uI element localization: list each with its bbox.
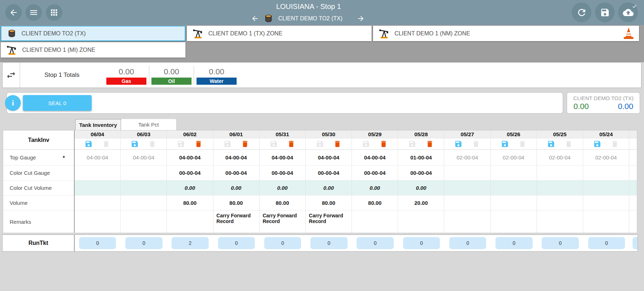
run-ticket-pills: 0 0 2 0 0 0 0 0 0 0 0 0 bbox=[74, 235, 630, 251]
run-ticket-button[interactable]: 0 bbox=[310, 237, 347, 249]
color-cut-gauge-cell[interactable] bbox=[583, 166, 629, 181]
color-cut-gauge-cell[interactable] bbox=[74, 166, 120, 181]
trash-icon[interactable] bbox=[472, 140, 480, 148]
remarks-cell[interactable] bbox=[167, 211, 213, 233]
trash-icon[interactable] bbox=[611, 140, 619, 148]
top-gauge-cell[interactable]: 01-00-04 bbox=[398, 150, 444, 166]
swap-toggle[interactable] bbox=[3, 63, 20, 88]
save-icon[interactable] bbox=[501, 140, 509, 148]
site-tab-label: CLIENT DEMO 1 (MI) ZONE bbox=[22, 47, 95, 53]
run-ticket-button[interactable]: 0 bbox=[495, 237, 532, 249]
top-gauge-cell[interactable]: 04-00-04 bbox=[352, 150, 398, 166]
trash-icon[interactable] bbox=[518, 140, 527, 148]
save-icon[interactable] bbox=[454, 140, 463, 148]
volume-cell: 80.00 bbox=[213, 196, 259, 211]
site-tab-client-demo-to2-tx[interactable]: CLIENT DEMO TO2 (TX) bbox=[1, 26, 185, 41]
top-gauge-cell[interactable]: 04-00-04 bbox=[74, 150, 120, 166]
save-icon[interactable] bbox=[408, 140, 416, 148]
color-cut-gauge-cell[interactable]: 00-00-04 bbox=[167, 166, 213, 181]
top-gauge-cell[interactable]: 04-00-04 bbox=[306, 150, 352, 166]
run-ticket-button[interactable]: 0 bbox=[588, 237, 625, 249]
trash-icon[interactable] bbox=[148, 140, 156, 148]
remarks-cell[interactable]: Carry Forward Record bbox=[213, 211, 259, 233]
run-ticket-button[interactable]: 0 bbox=[449, 237, 486, 249]
color-cut-gauge-cell[interactable] bbox=[491, 166, 537, 181]
remarks-cell[interactable]: Carry Forward Record bbox=[306, 211, 352, 233]
remarks-cell[interactable] bbox=[444, 211, 490, 233]
trash-icon[interactable] bbox=[241, 140, 249, 148]
remarks-cell[interactable] bbox=[398, 211, 444, 233]
save-icon[interactable] bbox=[270, 140, 278, 148]
run-ticket-button[interactable]: 0 bbox=[357, 237, 393, 249]
color-cut-gauge-cell[interactable]: 00-00-04 bbox=[398, 166, 444, 181]
remarks-cell[interactable]: Carry Forward Record bbox=[260, 211, 305, 233]
date-column: 05/24 02-00-04 bbox=[583, 130, 629, 233]
site-tabs-area: CLIENT DEMO TO2 (TX) CLIENT DEMO 1 (TX) … bbox=[0, 25, 644, 62]
summary-oil-value: 0.00 bbox=[573, 102, 589, 111]
run-ticket-button[interactable]: 0 bbox=[264, 237, 301, 249]
top-gauge-cell[interactable]: 02-00-04 bbox=[537, 150, 583, 166]
run-ticket-button[interactable]: 0 bbox=[79, 237, 116, 249]
site-tab-client-demo-1-tx-zone[interactable]: CLIENT DEMO 1 (TX) ZONE bbox=[187, 26, 372, 41]
save-icon[interactable] bbox=[362, 140, 370, 148]
save-icon[interactable] bbox=[177, 140, 185, 148]
save-icon[interactable] bbox=[84, 140, 93, 148]
trash-icon[interactable] bbox=[287, 140, 295, 148]
color-cut-gauge-cell[interactable] bbox=[121, 166, 166, 181]
top-gauge-cell[interactable]: 04-00-04 bbox=[213, 150, 259, 166]
trash-icon[interactable] bbox=[379, 140, 388, 148]
color-cut-gauge-cell[interactable]: 00-00-04 bbox=[213, 166, 259, 181]
save-icon[interactable] bbox=[593, 140, 601, 148]
gas-total-value: 0.00 bbox=[119, 67, 134, 77]
top-gauge-cell[interactable]: 04-00-04 bbox=[260, 150, 305, 166]
top-gauge-cell[interactable]: 04-00-04 bbox=[167, 150, 213, 166]
tab-tank-inventory[interactable]: Tank Inventory bbox=[75, 119, 121, 130]
top-gauge-cell[interactable]: 02-00-04 bbox=[583, 150, 629, 166]
refresh-button[interactable] bbox=[572, 3, 591, 22]
date-column: 05/30 04-00-04 00-00-04 0.00 80.00 Carry… bbox=[306, 130, 352, 233]
sync-upload-button[interactable] bbox=[618, 3, 638, 22]
tab-tank-pct[interactable]: Tank Pct bbox=[121, 119, 176, 130]
color-cut-gauge-cell[interactable]: 00-00-04 bbox=[352, 166, 398, 181]
remarks-cell[interactable] bbox=[491, 211, 537, 233]
seal-button[interactable]: SEAL 0 bbox=[23, 95, 92, 111]
site-tab-client-demo-1-nm-zone[interactable]: CLIENT DEMO 1 (NM) ZONE bbox=[373, 26, 639, 41]
color-cut-gauge-cell[interactable]: 00-00-04 bbox=[260, 166, 305, 181]
remarks-cell[interactable] bbox=[583, 211, 629, 233]
pumpjack-icon bbox=[379, 28, 389, 39]
run-ticket-button[interactable]: 0 bbox=[125, 237, 162, 249]
site-tab-client-demo-1-mi-zone[interactable]: CLIENT DEMO 1 (MI) ZONE bbox=[1, 42, 185, 58]
column-actions bbox=[583, 138, 629, 150]
top-gauge-cell[interactable]: 04-00-04 bbox=[121, 150, 166, 166]
save-icon[interactable] bbox=[316, 140, 324, 148]
save-all-button[interactable] bbox=[595, 3, 615, 22]
save-icon[interactable] bbox=[223, 140, 232, 148]
color-cut-gauge-cell[interactable]: 00-00-04 bbox=[306, 166, 352, 181]
remarks-cell[interactable] bbox=[352, 211, 398, 233]
next-location-button[interactable] bbox=[357, 15, 365, 23]
remarks-cell[interactable] bbox=[537, 211, 583, 233]
run-ticket-button[interactable]: 0 bbox=[542, 237, 578, 249]
color-cut-gauge-cell[interactable] bbox=[537, 166, 583, 181]
top-gauge-cell[interactable]: 02-00-04 bbox=[491, 150, 537, 166]
remarks-cell[interactable] bbox=[121, 211, 166, 233]
color-cut-gauge-cell[interactable] bbox=[444, 166, 490, 181]
info-button[interactable]: i bbox=[5, 95, 21, 111]
run-ticket-button[interactable]: 0 bbox=[218, 237, 255, 249]
save-icon[interactable] bbox=[131, 140, 139, 148]
trash-icon[interactable] bbox=[333, 140, 342, 148]
trash-icon[interactable] bbox=[426, 140, 434, 148]
row-labels-column: TankInv Top Gauge * Color Cut Gauge Colo… bbox=[3, 130, 74, 233]
run-ticket-slot: 0 bbox=[445, 235, 491, 251]
trash-icon[interactable] bbox=[194, 140, 203, 148]
remarks-cell[interactable] bbox=[74, 211, 120, 233]
run-ticket-button[interactable]: 0 bbox=[403, 237, 440, 249]
prev-location-button[interactable] bbox=[251, 15, 259, 23]
run-ticket-button[interactable]: 2 bbox=[171, 237, 208, 249]
trash-icon[interactable] bbox=[565, 140, 573, 148]
trash-icon[interactable] bbox=[102, 140, 110, 148]
save-icon[interactable] bbox=[547, 140, 555, 148]
date-header: 05/28 bbox=[398, 130, 444, 138]
date-header: 06/03 bbox=[121, 130, 166, 138]
top-gauge-cell[interactable]: 02-00-04 bbox=[444, 150, 490, 166]
